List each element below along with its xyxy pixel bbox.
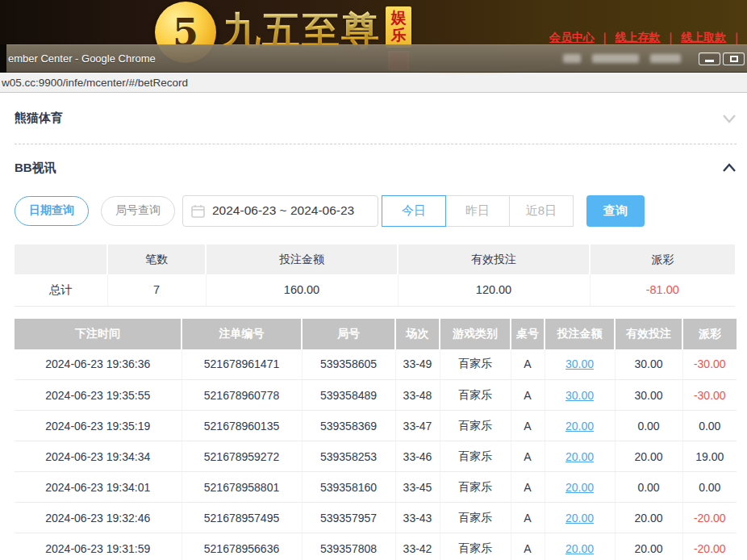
valid-bet: 20.00 bbox=[615, 503, 682, 533]
chevron-up-icon[interactable] bbox=[722, 163, 737, 173]
table-number: A bbox=[511, 472, 545, 503]
summary-header-payout: 派彩 bbox=[590, 244, 735, 274]
col-table-number: 桌号 bbox=[511, 319, 545, 349]
badge-char: 娱 bbox=[391, 9, 407, 27]
bet-time: 2024-06-23 19:32:46 bbox=[15, 503, 182, 533]
nav-separator: ｜ bbox=[731, 31, 742, 44]
window-minimize-button[interactable] bbox=[699, 52, 720, 65]
table-number: A bbox=[511, 441, 545, 472]
section-bb-video[interactable]: BB视讯 bbox=[15, 144, 737, 191]
date-range-value: 2024-06-23 ~ 2024-06-23 bbox=[212, 203, 354, 218]
section-panda-sports[interactable]: 熊猫体育 bbox=[15, 93, 737, 144]
browser-url-bar[interactable]: w05.cc:9900/infe/mcenter/#/betRecord bbox=[0, 73, 747, 93]
game-type: 百家乐 bbox=[440, 411, 511, 441]
payout: -30.00 bbox=[682, 380, 737, 411]
slip-number: 521678959272 bbox=[182, 441, 302, 472]
bet-amount-link[interactable]: 30.00 bbox=[565, 389, 594, 402]
payout: 0.00 bbox=[682, 411, 737, 441]
bet-amount-link[interactable]: 20.00 bbox=[565, 450, 594, 463]
valid-bet: 30.00 bbox=[615, 380, 682, 411]
col-round-number: 局号 bbox=[302, 319, 395, 349]
nav-online-withdraw[interactable]: 线上取款 bbox=[681, 31, 726, 44]
bet-record-page: 熊猫体育 BB视讯 日期查询 局号查询 2024-06-23 ~ 2024-06… bbox=[0, 93, 747, 560]
bet-amount-link[interactable]: 20.00 bbox=[565, 542, 594, 555]
table-row: 2024-06-23 19:34:34 521678959272 5393582… bbox=[15, 441, 737, 472]
chrome-window-titlebar[interactable]: ember Center - Google Chrome bbox=[0, 44, 747, 73]
section-title: 熊猫体育 bbox=[15, 111, 63, 126]
col-slip-number: 注单编号 bbox=[182, 319, 302, 349]
today-button[interactable]: 今日 bbox=[382, 195, 446, 227]
game-type: 百家乐 bbox=[440, 441, 511, 472]
slip-number: 521678960778 bbox=[182, 380, 302, 411]
summary-payout: -81.00 bbox=[590, 274, 735, 306]
table-row: 2024-06-23 19:36:36 521678961471 5393586… bbox=[15, 349, 737, 380]
round-number: 539358605 bbox=[302, 349, 395, 380]
valid-bet: 0.00 bbox=[615, 472, 682, 503]
slip-number: 521678961471 bbox=[182, 349, 302, 380]
round-number: 539357957 bbox=[302, 503, 395, 533]
bet-amount-link[interactable]: 20.00 bbox=[565, 420, 594, 433]
col-valid-bet: 有效投注 bbox=[615, 319, 682, 349]
badge-char: 乐 bbox=[391, 27, 407, 44]
quick-range-group: 今日 昨日 近8日 bbox=[382, 195, 574, 227]
payout: -30.00 bbox=[682, 349, 737, 380]
table-number: A bbox=[511, 503, 545, 533]
summary-header-valid-bet: 有效投注 bbox=[398, 244, 590, 274]
summary-header-blank bbox=[15, 244, 107, 274]
col-payout: 派彩 bbox=[682, 319, 737, 349]
window-maximize-button[interactable] bbox=[723, 52, 745, 65]
last-8-days-button[interactable]: 近8日 bbox=[509, 195, 574, 227]
date-query-tab[interactable]: 日期查询 bbox=[15, 196, 89, 226]
summary-bet-amount: 160.00 bbox=[206, 274, 398, 306]
game-type: 百家乐 bbox=[440, 533, 511, 560]
window-left-edge bbox=[0, 44, 6, 73]
game-type: 百家乐 bbox=[440, 503, 511, 533]
round-number: 539358253 bbox=[302, 441, 395, 472]
col-game-type: 游戏类别 bbox=[440, 319, 511, 349]
bet-amount-link[interactable]: 20.00 bbox=[565, 481, 594, 494]
censored-text bbox=[592, 54, 639, 63]
url-text: w05.cc:9900/infe/mcenter/#/betRecord bbox=[2, 77, 188, 89]
bet-time: 2024-06-23 19:36:36 bbox=[15, 349, 182, 380]
censored-text bbox=[563, 54, 581, 63]
table-number: A bbox=[511, 349, 545, 380]
payout: 0.00 bbox=[682, 472, 737, 503]
section-title: BB视讯 bbox=[15, 161, 56, 176]
table-number: A bbox=[511, 411, 545, 441]
window-title: ember Center - Google Chrome bbox=[8, 52, 156, 65]
bet-amount-link[interactable]: 30.00 bbox=[565, 357, 594, 370]
slip-number: 521678958801 bbox=[182, 472, 302, 503]
session: 33-45 bbox=[395, 472, 440, 503]
bet-time: 2024-06-23 19:31:59 bbox=[15, 533, 182, 560]
payout: -20.00 bbox=[682, 503, 737, 533]
round-query-tab[interactable]: 局号查询 bbox=[101, 196, 175, 226]
slip-number: 521678957495 bbox=[182, 503, 302, 533]
valid-bet: 30.00 bbox=[615, 349, 682, 380]
session: 33-49 bbox=[395, 349, 440, 380]
yesterday-button[interactable]: 昨日 bbox=[445, 195, 510, 227]
col-bet-time: 下注时间 bbox=[15, 319, 182, 349]
table-row: 2024-06-23 19:32:46 521678957495 5393579… bbox=[15, 503, 737, 533]
bet-amount-link[interactable]: 20.00 bbox=[565, 512, 594, 524]
maximize-icon bbox=[730, 56, 738, 62]
table-number: A bbox=[511, 380, 545, 411]
game-type: 百家乐 bbox=[440, 472, 511, 503]
date-range-input[interactable]: 2024-06-23 ~ 2024-06-23 bbox=[182, 195, 378, 227]
bet-time: 2024-06-23 19:35:55 bbox=[15, 380, 182, 411]
chevron-down-icon[interactable] bbox=[722, 114, 737, 123]
col-bet-amount: 投注金额 bbox=[545, 319, 615, 349]
nav-member-center[interactable]: 会员中心 bbox=[549, 31, 595, 44]
slip-number: 521678960135 bbox=[182, 411, 302, 441]
table-row: 2024-06-23 19:31:59 521678956636 5393578… bbox=[15, 533, 737, 560]
col-session: 场次 bbox=[395, 319, 440, 349]
session: 33-46 bbox=[395, 441, 440, 472]
search-button[interactable]: 查询 bbox=[586, 195, 645, 227]
summary-table: 笔数 投注金额 有效投注 派彩 总计 7 160.00 120.00 -81.0… bbox=[15, 244, 735, 307]
round-number: 539358369 bbox=[302, 411, 395, 441]
table-row: 2024-06-23 19:35:19 521678960135 5393583… bbox=[15, 411, 737, 441]
nav-online-deposit[interactable]: 线上存款 bbox=[616, 31, 661, 44]
summary-header-bet-amount: 投注金额 bbox=[206, 244, 398, 274]
valid-bet: 20.00 bbox=[615, 533, 682, 560]
session: 33-47 bbox=[395, 411, 440, 441]
round-number: 539358489 bbox=[302, 380, 395, 411]
